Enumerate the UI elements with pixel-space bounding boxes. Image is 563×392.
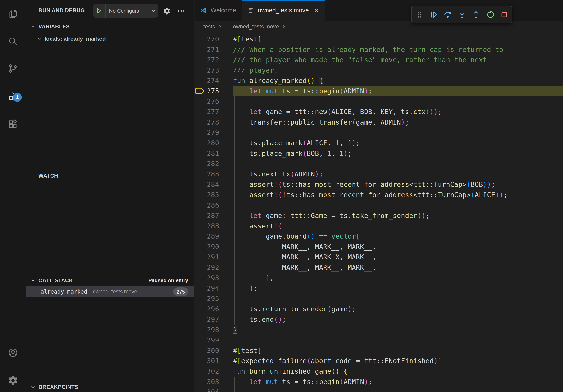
step-over-button[interactable] [443, 10, 453, 20]
gutter[interactable]: 271 [194, 44, 233, 55]
gutter[interactable]: 303 [194, 377, 233, 387]
code-line[interactable]: 281 ts.place_mark(BOB, 1, 1); [194, 148, 563, 159]
toolbar-drag-handle[interactable] [414, 10, 425, 20]
gutter[interactable]: 294 [194, 283, 233, 293]
code-line[interactable]: 292 MARK__, MARK__, MARK__, [194, 262, 563, 273]
code-line[interactable]: 293 ], [194, 273, 563, 283]
close-tab-button[interactable] [313, 8, 319, 13]
code-line[interactable]: 278 transfer::public_transfer(game, ADMI… [194, 117, 563, 128]
code-line[interactable]: 284 assert!(ts::has_most_recent_for_addr… [194, 179, 563, 190]
section-watch[interactable]: WATCH [26, 171, 194, 180]
gutter[interactable]: 273 [194, 65, 233, 76]
gutter[interactable]: 304 [194, 387, 233, 392]
step-into-button[interactable] [457, 10, 467, 20]
activitybar-item-source-control[interactable] [0, 57, 26, 80]
gutter[interactable]: 290 [194, 242, 233, 252]
section-call-stack[interactable]: CALL STACK Paused on entry [26, 276, 194, 285]
breadcrumb-item-symbol[interactable]: ... [289, 24, 293, 30]
tab-owned-tests-move[interactable]: owned_tests.move [242, 0, 325, 21]
code-line[interactable]: 286 [194, 200, 563, 211]
gutter[interactable]: 300 [194, 345, 233, 356]
gutter[interactable]: 292 [194, 262, 233, 273]
code-line[interactable]: 275 let mut ts = ts::begin(ADMIN); [194, 86, 563, 96]
code-line[interactable]: 276 [194, 96, 563, 107]
gutter[interactable]: 282 [194, 158, 233, 169]
gutter[interactable]: 283 [194, 169, 233, 179]
code-line[interactable]: 303 let mut ts = ts::begin(ADMIN); [194, 377, 563, 387]
launch-configuration-dropdown[interactable]: No Configura [93, 4, 158, 18]
gutter[interactable]: 270 [194, 34, 233, 44]
code-line[interactable]: 285 assert!(!ts::has_most_recent_for_add… [194, 190, 563, 200]
gutter[interactable]: 272 [194, 55, 233, 65]
code-line[interactable]: 289 game.board() == vector[ [194, 231, 563, 242]
gutter[interactable]: 301 [194, 356, 233, 366]
section-variables[interactable]: VARIABLES [26, 22, 194, 31]
gutter[interactable]: 278 [194, 117, 233, 128]
code-line[interactable]: 291 MARK__, MARK_X, MARK__, [194, 252, 563, 262]
gutter[interactable]: 302 [194, 366, 233, 377]
gutter[interactable]: 288 [194, 221, 233, 231]
code-line[interactable]: 277 let game = ttt::new(ALICE, BOB, KEY,… [194, 107, 563, 117]
activitybar-item-settings[interactable] [0, 368, 26, 392]
code-line[interactable]: 301#[expected_failure(abort_code = ttt::… [194, 356, 563, 366]
code-line[interactable]: 300#[test] [194, 345, 563, 356]
gutter[interactable]: 297 [194, 314, 233, 325]
activitybar-item-extensions[interactable] [0, 113, 26, 136]
code-line[interactable]: 272/// the player who made the "false" m… [194, 55, 563, 65]
gutter[interactable]: 274 [194, 75, 233, 86]
code-line[interactable]: 282 [194, 158, 563, 169]
code-line[interactable]: 274fun already_marked() { [194, 75, 563, 86]
gutter[interactable]: 289 [194, 231, 233, 242]
activitybar-item-account[interactable] [0, 341, 26, 365]
gutter[interactable]: 295 [194, 293, 233, 304]
code-line[interactable]: 304 [194, 387, 563, 392]
code-line[interactable]: 273/// player. [194, 65, 563, 76]
code-line[interactable]: 287 let game: ttt::Game = ts.take_from_s… [194, 210, 563, 221]
code-line[interactable]: 270#[test] [194, 34, 563, 44]
continue-button[interactable] [429, 10, 439, 20]
code-line[interactable]: 295 [194, 293, 563, 304]
breadcrumb-item-folder[interactable]: tests [203, 24, 215, 30]
section-breakpoints[interactable]: BREAKPOINTS [26, 382, 194, 392]
variables-scope-locals[interactable]: locals: already_marked [26, 34, 194, 44]
code-line[interactable]: 298} [194, 325, 563, 335]
code-line[interactable]: 288 assert!( [194, 221, 563, 231]
gutter[interactable]: 281 [194, 148, 233, 159]
call-stack-frame[interactable]: already_marked owned_tests.move 275 [26, 286, 194, 298]
gutter[interactable]: 286 [194, 200, 233, 211]
gutter[interactable]: 284 [194, 179, 233, 190]
gutter[interactable]: 276 [194, 96, 233, 107]
code-line[interactable]: 299 [194, 335, 563, 345]
gutter[interactable]: 299 [194, 335, 233, 345]
breadcrumb-item-file[interactable]: owned_tests.move [233, 24, 279, 30]
code-line[interactable]: 296 ts.return_to_sender(game); [194, 304, 563, 314]
gutter[interactable]: 296 [194, 304, 233, 314]
activitybar-item-explorer[interactable] [0, 2, 26, 26]
code-line[interactable]: 280 ts.place_mark(ALICE, 1, 1); [194, 138, 563, 148]
activitybar-item-search[interactable] [0, 30, 26, 53]
stop-button[interactable] [499, 10, 509, 20]
code-line[interactable]: 290 MARK__, MARK__, MARK__, [194, 242, 563, 252]
start-debug-button[interactable] [93, 8, 105, 14]
code-line[interactable]: 302fun burn_unfinished_game() { [194, 366, 563, 377]
gutter[interactable]: 279 [194, 127, 233, 138]
code-line[interactable]: 297 ts.end(); [194, 314, 563, 325]
gutter[interactable]: 277 [194, 107, 233, 117]
code-line[interactable]: 283 ts.next_tx(ADMIN); [194, 169, 563, 179]
activitybar-item-run-and-debug[interactable]: 1 [0, 85, 26, 109]
gutter[interactable]: 287 [194, 210, 233, 221]
debug-settings-gear-icon[interactable] [163, 7, 171, 15]
gutter[interactable]: 275 [194, 86, 233, 96]
tab-welcome[interactable]: Welcome [194, 0, 242, 21]
gutter[interactable]: 291 [194, 252, 233, 262]
gutter[interactable]: 285 [194, 190, 233, 200]
code-line[interactable]: 294 ); [194, 283, 563, 293]
gutter[interactable]: 298 [194, 325, 233, 335]
code-line[interactable]: 279 [194, 127, 563, 138]
gutter[interactable]: 293 [194, 273, 233, 283]
gutter[interactable]: 280 [194, 138, 233, 148]
code-line[interactable]: 271/// When a position is already marked… [194, 44, 563, 55]
more-actions-icon[interactable] [177, 8, 185, 14]
restart-button[interactable] [485, 10, 495, 20]
step-out-button[interactable] [471, 10, 481, 20]
